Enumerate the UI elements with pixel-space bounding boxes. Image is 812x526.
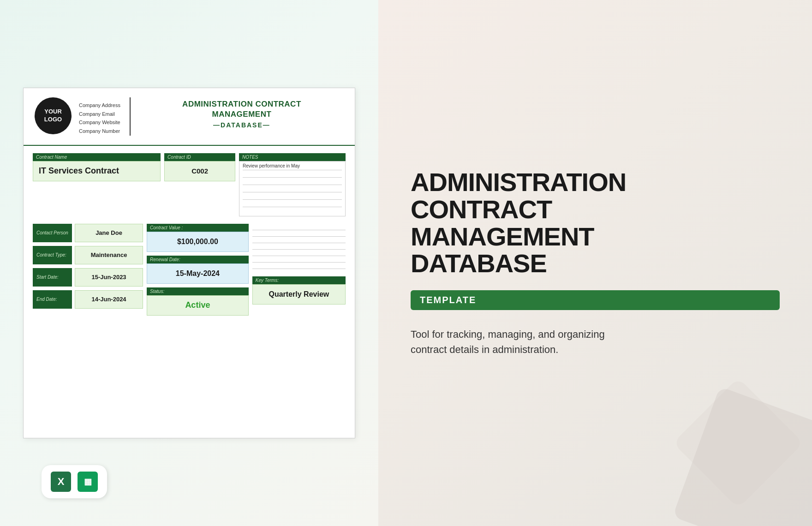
contract-value-value: $100,000.00 <box>147 232 249 252</box>
doc-title-line2: MANAGEMENT <box>212 109 272 120</box>
notes-label: NOTES <box>239 153 346 161</box>
right-fields: Contract Value : $100,000.00 Renewal Dat… <box>147 224 249 316</box>
right-panel: ADMINISTRATION CONTRACT MANAGEMENT DATAB… <box>378 0 812 526</box>
start-date-row: Start Date: 15-Jun-2023 <box>33 268 143 287</box>
sheets-icon: ▦ <box>78 472 98 492</box>
company-website: Company Website <box>79 118 120 127</box>
doc-title-line1: ADMINISTRATION CONTRACT <box>182 99 301 109</box>
notes-line5 <box>243 193 342 200</box>
notes-extra <box>252 224 346 269</box>
company-number: Company Number <box>79 127 120 136</box>
doc-body: Contract Name IT Services Contract Contr… <box>24 146 355 323</box>
contract-type-row: Contract Type: Maintenance <box>33 246 143 264</box>
contract-name-value: IT Services Contract <box>33 161 161 181</box>
notes-block: NOTES Review performance in May <box>239 153 346 216</box>
status-value: Active <box>147 295 249 316</box>
logo-line1: YOUR <box>44 108 62 116</box>
contract-name-label: Contract Name <box>33 153 161 161</box>
contract-name-block: Contract Name IT Services Contract <box>33 153 161 216</box>
key-terms-block: Key Terms: Quarterly Review <box>252 276 346 305</box>
end-date-row: End Date: 14-Jun-2024 <box>33 290 143 309</box>
contract-value-label: Contract Value : <box>147 224 249 232</box>
contract-type-label: Contract Type: <box>33 246 72 264</box>
company-info: Company Address Company Email Company We… <box>79 97 131 136</box>
right-description: Tool for tracking, managing, and organiz… <box>411 327 641 357</box>
notes-value: Review performance in May <box>239 161 346 216</box>
renewal-date-block: Renewal Date: 15-May-2024 <box>147 256 249 284</box>
logo-line2: LOGO <box>44 116 62 124</box>
contact-row: Contact Person Jane Doe <box>33 224 143 242</box>
right-title-line3: MANAGEMENT <box>411 223 780 251</box>
key-terms-value: Quarterly Review <box>252 284 346 305</box>
contract-id-value: C002 <box>164 161 235 181</box>
doc-header: YOUR LOGO Company Address Company Email … <box>24 88 355 146</box>
notes-line2 <box>243 171 342 178</box>
right-main-title: ADMINISTRATION CONTRACT MANAGEMENT DATAB… <box>411 169 780 277</box>
notes-line6 <box>243 201 342 207</box>
end-date-value: 14-Jun-2024 <box>75 290 143 309</box>
contract-id-block: Contract ID C002 <box>164 153 235 216</box>
notes-line4 <box>243 186 342 192</box>
start-date-value: 15-Jun-2023 <box>75 268 143 287</box>
excel-letter: X <box>58 476 65 488</box>
left-fields: Contact Person Jane Doe Contract Type: M… <box>33 224 143 316</box>
doc-title-line3: —DATABASE— <box>213 121 270 129</box>
company-email: Company Email <box>79 110 120 119</box>
icon-badge: X ▦ <box>42 465 107 498</box>
renewal-date-label: Renewal Date: <box>147 256 249 263</box>
right-title-line4: DATABASE <box>411 250 780 277</box>
status-block: Status: Active <box>147 287 249 316</box>
key-terms-label: Key Terms: <box>252 276 346 284</box>
company-address: Company Address <box>79 101 120 110</box>
start-date-label: Start Date: <box>33 268 72 287</box>
notes-right-block: Key Terms: Quarterly Review <box>252 224 346 316</box>
logo-circle: YOUR LOGO <box>35 97 72 134</box>
template-badge: TEMPLATE <box>411 290 780 310</box>
right-title-line1: ADMINISTRATION <box>411 169 780 196</box>
renewal-date-value: 15-May-2024 <box>147 263 249 284</box>
contact-value: Jane Doe <box>75 224 143 242</box>
contract-id-label: Contract ID <box>164 153 235 161</box>
contract-value-block: Contract Value : $100,000.00 <box>147 224 249 252</box>
document-card: YOUR LOGO Company Address Company Email … <box>23 88 355 438</box>
end-date-label: End Date: <box>33 290 72 309</box>
contract-type-value: Maintenance <box>75 246 143 264</box>
notes-line3 <box>243 179 342 185</box>
doc-title: ADMINISTRATION CONTRACT MANAGEMENT —DATA… <box>140 97 344 129</box>
row-top: Contract Name IT Services Contract Contr… <box>33 153 346 216</box>
status-label: Status: <box>147 287 249 295</box>
row-mid: Contact Person Jane Doe Contract Type: M… <box>33 224 346 316</box>
right-title-line2: CONTRACT <box>411 196 780 223</box>
sheets-grid: ▦ <box>84 477 92 487</box>
excel-icon: X <box>51 472 71 492</box>
contact-label: Contact Person <box>33 224 72 242</box>
notes-line1: Review performance in May <box>243 163 342 170</box>
bottom-icons: X ▦ <box>42 465 107 498</box>
